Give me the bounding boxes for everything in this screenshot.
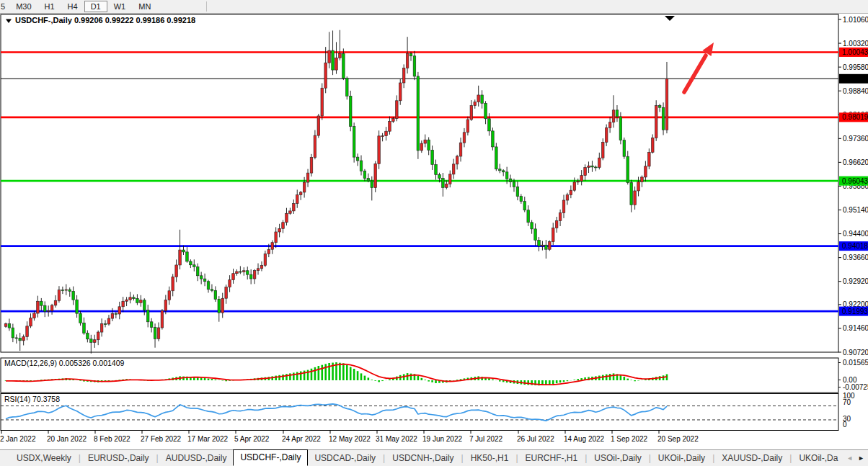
candle [399, 83, 402, 101]
date-tick-label: 27 Feb 2022 [141, 435, 182, 443]
symbol-tab-xauusd-daily[interactable]: XAUUSD-,Daily [715, 453, 789, 463]
price-level-label: 0.96043 [842, 177, 868, 185]
symbol-tabbar: USDX,Weekly|EURUSD-,Daily|AUDUSD-,DailyU… [0, 449, 868, 466]
candle [100, 324, 103, 332]
candle [495, 147, 498, 169]
symbol-tab-usdchf-daily[interactable]: USDCHF-,Daily [233, 449, 308, 466]
trend-arrow-shaft[interactable] [684, 55, 706, 92]
candle [477, 95, 480, 102]
candle [396, 101, 399, 119]
candle [605, 127, 608, 142]
candle [442, 179, 445, 188]
date-scale[interactable]: 2 Jan 202220 Jan 20228 Feb 202227 Feb 20… [0, 431, 699, 444]
symbol-tab-ukoil-daily[interactable]: UKOil-,Daily [652, 453, 712, 463]
candle [381, 136, 384, 137]
symbol-tab-usdcad-daily[interactable]: USDCAD-,Daily [308, 453, 382, 463]
candle [264, 254, 267, 265]
candle [513, 182, 515, 187]
candle [658, 106, 661, 108]
candle [651, 138, 654, 153]
symbol-tab-usdx-weekly[interactable]: USDX,Weekly [10, 453, 78, 463]
candle [626, 156, 629, 182]
candle [335, 58, 338, 70]
candle [249, 274, 252, 279]
candle [438, 174, 441, 178]
candle [452, 164, 455, 174]
tab-scroll-right-icon[interactable]: ► [858, 454, 864, 462]
symbol-tab-eurusd-daily[interactable]: EURUSD-,Daily [81, 453, 156, 463]
candle [466, 120, 469, 133]
tab-scroll-arrows: ◄ ► [846, 454, 864, 462]
candle [502, 171, 505, 172]
tab-scroll-left-icon[interactable]: ◄ [846, 454, 853, 462]
candle [402, 68, 405, 83]
symbol-tab-audusd-daily[interactable]: AUDUSD-,Daily [159, 453, 234, 463]
candle [278, 228, 281, 232]
candle [374, 163, 377, 187]
symbol-tab-usdcnh-daily[interactable]: USDCNH-,Daily [386, 453, 460, 463]
candle [104, 324, 107, 325]
candle [157, 328, 160, 339]
candle [459, 143, 462, 156]
date-tick-label: 2 Jan 2022 [0, 435, 36, 443]
candle [61, 290, 64, 291]
date-tick-label: 31 May 2022 [376, 435, 417, 443]
macd-scale-label: -0.00725 [843, 383, 868, 391]
candle [317, 116, 320, 135]
candle [186, 252, 189, 261]
candle [342, 53, 345, 78]
candle [509, 179, 512, 182]
candle [559, 212, 562, 220]
candle [30, 318, 32, 326]
candle [463, 133, 466, 143]
candle [12, 328, 14, 338]
candle [107, 318, 110, 324]
price-scale[interactable]: 1.010601.003200.995800.988400.981000.973… [838, 16, 868, 357]
candle [214, 290, 217, 299]
rsi-scale-label: 70 [843, 398, 851, 406]
macd-panel: 0.0156540.00-0.00725 [6, 359, 868, 391]
date-tick-label: 20 Jan 2022 [47, 435, 87, 443]
candle [573, 182, 576, 190]
date-tick-label: 24 Apr 2022 [282, 435, 321, 443]
candle [577, 181, 580, 182]
candle [332, 50, 335, 70]
candle [591, 166, 594, 167]
candle [257, 269, 260, 271]
candle [65, 290, 68, 290]
horizontal-levels[interactable]: 1.000430.992180.980190.960430.940180.919… [1, 48, 868, 316]
symbol-tab-eurchf-h1[interactable]: EURCHF-,H1 [519, 453, 585, 463]
symbol-dropdown-icon[interactable] [6, 19, 12, 24]
candle [601, 142, 604, 158]
chart-canvas[interactable]: USDCHF-,Daily 0.99206 0.99222 0.99186 0.… [0, 0, 868, 466]
candle [271, 243, 274, 250]
candle [43, 305, 46, 311]
candle [68, 290, 71, 291]
candle [619, 117, 622, 140]
candle [15, 338, 18, 339]
candle [481, 95, 484, 103]
symbol-tab-ukoil-da[interactable]: UKOil-,Da [792, 453, 844, 463]
candle [555, 221, 558, 228]
candle [310, 158, 313, 174]
candle [488, 119, 491, 131]
price-tick-label: 0.97360 [843, 135, 868, 143]
candle [584, 168, 587, 176]
candle [115, 313, 118, 314]
candle [648, 152, 651, 166]
candle [299, 192, 302, 195]
candle [285, 213, 288, 222]
candle [76, 300, 79, 313]
candle [435, 164, 438, 174]
candle [428, 140, 430, 150]
candle [143, 300, 146, 310]
candle [538, 240, 541, 246]
rsi-line [6, 404, 667, 421]
symbol-tab-usoil-daily[interactable]: USOil-,Daily [588, 453, 647, 463]
price-tick-label: 0.94400 [843, 230, 868, 238]
candle [33, 313, 36, 318]
price-tick-label: 0.93660 [843, 254, 868, 261]
candle [133, 297, 136, 299]
symbol-tab-hk50-h1[interactable]: HK50-,H1 [464, 453, 515, 463]
candle [129, 297, 132, 300]
